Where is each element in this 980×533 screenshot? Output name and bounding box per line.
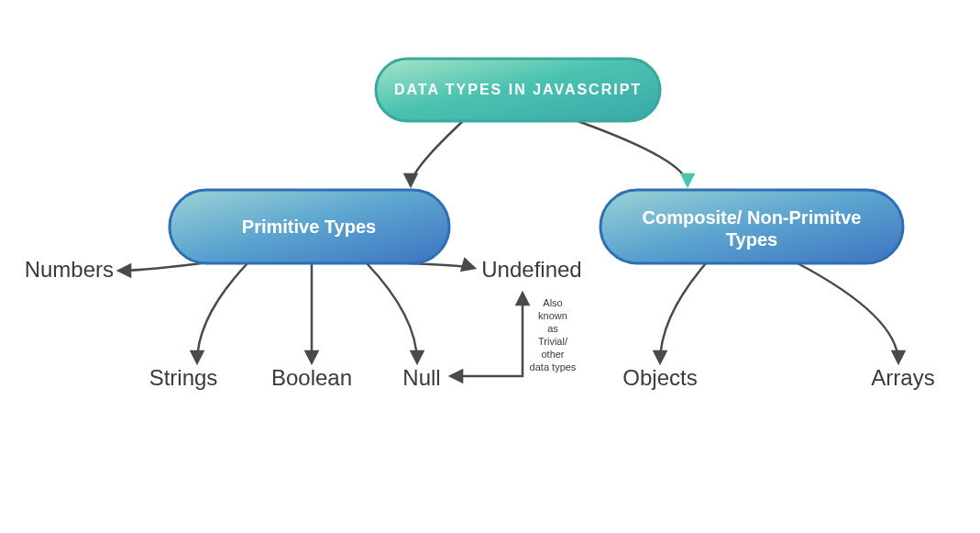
note-line2: known — [538, 310, 567, 321]
leaf-objects: Objects — [622, 365, 697, 390]
note-line6: data types — [530, 361, 577, 372]
note-line5: other — [541, 349, 564, 360]
connector-comp-objects — [660, 263, 706, 362]
connector-note — [451, 294, 523, 376]
connector-root-primitive — [411, 121, 463, 185]
leaf-strings: Strings — [149, 365, 218, 390]
leaf-boolean: Boolean — [271, 365, 352, 390]
connector-root-composite — [578, 121, 688, 185]
connector-prim-strings — [197, 263, 248, 362]
leaf-arrays: Arrays — [871, 365, 934, 390]
root-label: DATA TYPES IN JAVASCRIPT — [394, 82, 642, 97]
primitive-label: Primitive Types — [242, 217, 376, 237]
composite-label-1: Composite/ Non-Primitve — [643, 207, 862, 228]
connector-comp-arrays — [798, 263, 898, 362]
composite-label-2: Types — [726, 229, 777, 250]
leaf-undefined: Undefined — [481, 257, 581, 282]
note-line1: Also — [543, 297, 562, 308]
note-trivial: Also known as Trivial/ other data types — [530, 297, 577, 372]
diagram-canvas: DATA TYPES IN JAVASCRIPT Primitive Types… — [0, 0, 980, 533]
note-line4: Trivial/ — [538, 336, 568, 347]
note-line3: as — [547, 323, 558, 334]
connector-prim-null — [367, 263, 417, 362]
leaf-null: Null — [402, 365, 440, 390]
leaf-numbers: Numbers — [25, 257, 114, 282]
